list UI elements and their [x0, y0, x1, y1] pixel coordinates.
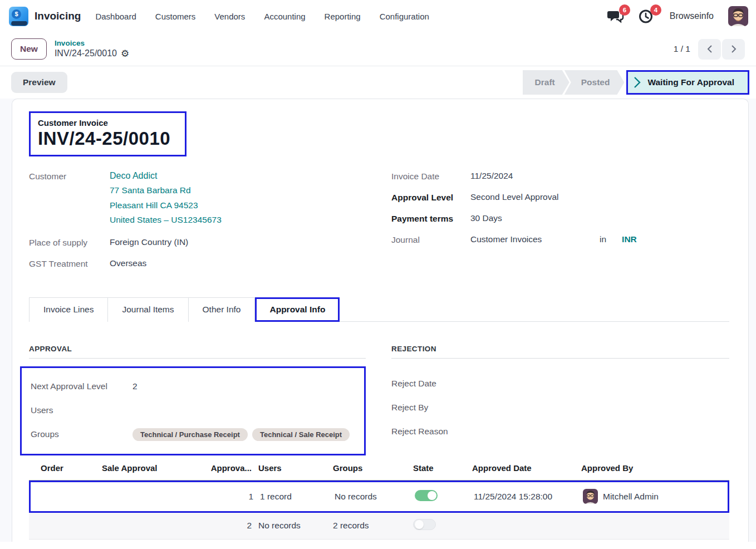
- customer-address-line1: 77 Santa Barbara Rd: [110, 183, 222, 198]
- tab-approval-info[interactable]: Approval Info: [257, 299, 338, 320]
- preview-button[interactable]: Preview: [11, 72, 67, 93]
- cell-users[interactable]: No records: [252, 521, 333, 531]
- groups-label: Groups: [31, 429, 132, 439]
- journal-currency-link[interactable]: INR: [622, 234, 637, 244]
- col-state[interactable]: State: [413, 463, 472, 473]
- breadcrumb-bar: New Invoices INV/24-25/0010 ⚙ 1 / 1: [0, 32, 756, 66]
- divider: [391, 358, 729, 359]
- form-background: Customer Invoice INV/24-25/0010 Customer…: [0, 99, 756, 542]
- avatar-image: [583, 489, 598, 504]
- cell-approval: 2: [195, 521, 252, 531]
- cell-approved-date: 11/25/2024 15:28:00: [474, 492, 583, 502]
- state-toggle-off[interactable]: [413, 519, 436, 530]
- cell-groups[interactable]: No records: [335, 492, 415, 502]
- pager-count: 1 / 1: [674, 44, 690, 54]
- rejection-section: REJECTION Reject Date Reject By Reject R…: [391, 345, 729, 455]
- active-tab-highlight: Approval Info: [255, 297, 340, 322]
- approval-rejection-sections: APPROVAL Next Approval Level 2 Users Gro…: [29, 345, 729, 455]
- payment-terms-label: Payment terms: [391, 213, 470, 224]
- payment-terms-value[interactable]: 30 Days: [470, 213, 502, 224]
- invoice-base-shape: [11, 21, 28, 26]
- customer-link[interactable]: Deco Addict: [110, 171, 157, 180]
- approval-lines-table: Order Sale Approval Approva... Users Gro…: [29, 463, 729, 540]
- table-row[interactable]: 2 No records 2 records: [29, 513, 729, 540]
- col-approval[interactable]: Approva...: [195, 463, 252, 473]
- menu-accounting[interactable]: Accounting: [264, 12, 305, 21]
- invoice-date-value[interactable]: 11/25/2024: [470, 171, 513, 182]
- col-order[interactable]: Order: [29, 463, 95, 473]
- state-toggle-on[interactable]: [415, 490, 438, 501]
- place-of-supply-label: Place of supply: [29, 237, 110, 248]
- journal-label: Journal: [391, 234, 470, 245]
- breadcrumb-invoices-link[interactable]: Invoices: [55, 39, 129, 48]
- notebook-tabs: Invoice Lines Journal Items Other Info A…: [29, 297, 729, 322]
- pager-next-button[interactable]: [722, 39, 745, 60]
- active-step-label: Waiting For Approval: [647, 77, 734, 87]
- new-button[interactable]: New: [11, 38, 47, 60]
- group-tag-purchase-receipt[interactable]: Technical / Purchase Receipt: [132, 428, 248, 441]
- status-step-draft[interactable]: Draft: [523, 70, 570, 95]
- col-approved-date[interactable]: Approved Date: [472, 463, 581, 473]
- status-step-waiting-approval[interactable]: Waiting For Approval: [626, 70, 749, 95]
- tab-other-info[interactable]: Other Info: [189, 297, 256, 322]
- approval-level-label: Approval Level: [391, 192, 470, 203]
- place-of-supply-value[interactable]: Foreign Country (IN): [110, 237, 188, 248]
- activities-icon[interactable]: 4: [639, 9, 655, 23]
- customer-address-line3: United States – US12345673: [110, 213, 222, 228]
- journal-value[interactable]: Customer Invoices: [470, 234, 600, 244]
- fields-left-column: Customer Deco Addict 77 Santa Barbara Rd…: [29, 171, 366, 280]
- cell-groups[interactable]: 2 records: [333, 521, 413, 531]
- gst-treatment-label: GST Treatment: [29, 258, 110, 269]
- rejection-section-title: REJECTION: [391, 345, 729, 353]
- tab-journal-items[interactable]: Journal Items: [108, 297, 188, 322]
- chevron-left-icon: [706, 45, 713, 53]
- col-groups[interactable]: Groups: [333, 463, 413, 473]
- cell-users[interactable]: 1 record: [253, 492, 335, 502]
- menu-reporting[interactable]: Reporting: [325, 12, 361, 21]
- groups-tags: Technical / Purchase Receipt Technical /…: [132, 428, 350, 441]
- col-users[interactable]: Users: [252, 463, 333, 473]
- gear-icon[interactable]: ⚙: [121, 49, 129, 58]
- col-sale-approval[interactable]: Sale Approval: [95, 463, 195, 473]
- messages-icon[interactable]: 6: [607, 9, 624, 23]
- menu-dashboard[interactable]: Dashboard: [95, 12, 136, 21]
- messages-badge: 6: [619, 4, 630, 16]
- cell-approved-by: Mitchell Admin: [583, 489, 723, 504]
- tab-invoice-lines[interactable]: Invoice Lines: [29, 297, 108, 322]
- approval-level-value[interactable]: Second Level Approval: [470, 192, 559, 203]
- gst-treatment-value[interactable]: Overseas: [110, 258, 146, 269]
- users-label: Users: [31, 405, 132, 415]
- status-step-posted[interactable]: Posted: [564, 70, 625, 95]
- breadcrumb: Invoices INV/24-25/0010 ⚙: [55, 39, 129, 60]
- user-menu[interactable]: Browseinfo: [670, 11, 714, 21]
- cell-approval: 1: [197, 492, 253, 502]
- fields-right-column: Invoice Date 11/25/2024 Approval Level S…: [391, 171, 729, 280]
- invoice-form-sheet: Customer Invoice INV/24-25/0010 Customer…: [12, 99, 749, 542]
- menu-customers[interactable]: Customers: [155, 12, 196, 21]
- approver-name[interactable]: Mitchell Admin: [603, 492, 659, 502]
- activities-badge: 4: [650, 4, 661, 16]
- main-menu: Dashboard Customers Vendors Accounting R…: [95, 12, 429, 21]
- toggle-knob: [428, 491, 436, 500]
- reject-reason-label: Reject Reason: [391, 420, 729, 444]
- menu-vendors[interactable]: Vendors: [214, 12, 245, 21]
- app-title[interactable]: Invoicing: [35, 10, 81, 22]
- customer-address-line2: Pleasant Hill CA 94523: [110, 198, 222, 213]
- approval-fields-highlight: Next Approval Level 2 Users Groups Techn…: [20, 366, 366, 455]
- toggle-knob: [415, 520, 424, 529]
- pager-previous-button[interactable]: [698, 39, 721, 60]
- table-row-highlight: 1 1 record No records 11/25/2024 15:28:0…: [29, 481, 729, 513]
- invoice-title-highlight: Customer Invoice INV/24-25/0010: [29, 111, 186, 156]
- invoicing-app-icon[interactable]: $: [9, 7, 28, 26]
- next-approval-level-value[interactable]: 2: [132, 381, 138, 391]
- approval-section-title: APPROVAL: [29, 345, 366, 353]
- dollar-icon: $: [12, 9, 21, 19]
- table-row[interactable]: 1 1 record No records 11/25/2024 15:28:0…: [31, 482, 728, 511]
- col-approved-by[interactable]: Approved By: [581, 463, 729, 473]
- group-tag-sale-receipt[interactable]: Technical / Sale Receipt: [252, 428, 350, 441]
- menu-configuration[interactable]: Configuration: [380, 12, 429, 21]
- customer-label: Customer: [29, 171, 110, 228]
- user-avatar[interactable]: [728, 6, 748, 26]
- reject-by-label: Reject By: [391, 396, 729, 420]
- avatar-image: [728, 6, 748, 26]
